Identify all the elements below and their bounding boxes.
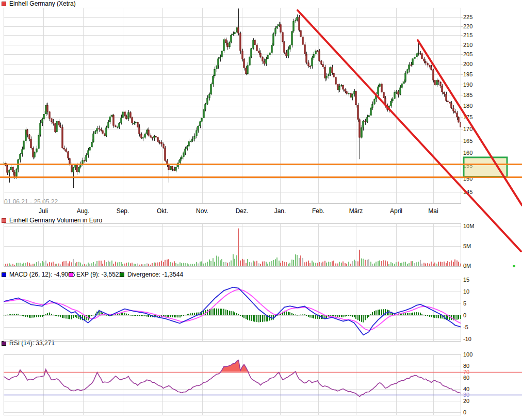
price-panel-legend: Einhell Germany (Xetra): [2, 1, 76, 7]
price-panel-title: Einhell Germany (Xetra): [9, 1, 76, 7]
price-axis-label: 155: [463, 163, 472, 169]
rsi-panel-legend: RSI (14): 33,271: [2, 340, 55, 347]
price-series-icon: [2, 2, 6, 6]
macd-signal-icon: [69, 272, 73, 277]
price-axis-label: 170: [463, 126, 472, 132]
price-axis-label: 145: [463, 189, 472, 195]
rsi-axis-label: 30: [463, 392, 469, 398]
rsi-axis-label: 80: [463, 363, 469, 369]
macd-axis-label: 10: [463, 288, 469, 295]
price-axis-label: 225: [463, 14, 472, 20]
macd-legend-exp: EXP (9): -3,5521: [69, 271, 122, 278]
price-axis-label: 215: [463, 32, 472, 38]
price-axis-label: 175: [463, 114, 472, 120]
macd-divergence-value-label: Divergence: -1,3544: [127, 271, 183, 278]
price-axis-label: 210: [463, 42, 472, 48]
macd-legend-divergence: Divergence: -1,3544: [120, 271, 183, 278]
price-axis-label: 185: [463, 92, 472, 98]
volume-axis-label: 10M: [463, 223, 474, 229]
price-axis-label: 190: [463, 82, 472, 88]
rsi-axis-label: 0: [463, 409, 466, 415]
price-axis-label: 205: [463, 51, 472, 57]
date-range-label: 01.06.21 - 25.05.22: [4, 198, 58, 205]
rsi-series-icon: [2, 341, 6, 346]
macd-line-icon: [2, 272, 6, 277]
month-label-juli: Juli: [39, 207, 48, 215]
chart-root: Einhell Germany (Xetra) 01.06.21 - 25.05…: [0, 0, 522, 420]
volume-panel-title: Einhell Germany Volumen in Euro: [9, 217, 102, 224]
price-axis-label: 195: [463, 71, 472, 77]
month-label-märz: März: [349, 207, 363, 215]
macd-axis-label: -5: [463, 324, 468, 330]
month-label-dez: Dez.: [236, 207, 249, 215]
chart-text-layer: Einhell Germany (Xetra) 01.06.21 - 25.05…: [0, 0, 522, 420]
month-label-mai: Mai: [428, 207, 438, 215]
macd-axis-label: 0: [463, 312, 466, 318]
volume-series-icon: [2, 218, 6, 223]
macd-divergence-icon: [120, 272, 124, 277]
month-label-nov: Nov.: [196, 207, 208, 215]
rsi-axis-label: 20: [463, 398, 469, 404]
month-label-feb: Feb.: [312, 207, 324, 215]
volume-axis-label: 0M: [463, 263, 471, 269]
price-axis-label: 220: [463, 23, 472, 29]
rsi-value-label: RSI (14): 33,271: [9, 340, 55, 347]
rsi-axis-label: 100: [463, 351, 472, 358]
month-label-jan: Jan.: [274, 207, 286, 215]
price-axis-label: 200: [463, 61, 472, 67]
macd-exp-value-label: EXP (9): -3,5521: [76, 271, 122, 278]
macd-legend-macd: MACD (26, 12): -4,9065: [2, 271, 75, 278]
macd-axis-label: 5: [463, 300, 466, 306]
price-axis-label: 160: [463, 150, 472, 156]
price-axis-label: 180: [463, 103, 472, 109]
month-label-april: April: [390, 207, 402, 215]
month-label-aug: Aug.: [77, 207, 90, 215]
price-axis-label: 165: [463, 138, 472, 144]
month-label-sep: Sep.: [117, 207, 129, 215]
macd-value-label: MACD (26, 12): -4,9065: [9, 271, 75, 278]
macd-axis-label: 15: [463, 277, 469, 283]
volume-panel-legend: Einhell Germany Volumen in Euro: [2, 217, 102, 224]
volume-axis-label: 5M: [463, 243, 471, 249]
macd-axis-label: -10: [463, 336, 471, 342]
month-label-okt: Okt.: [157, 207, 168, 215]
rsi-axis-label: 60: [463, 375, 469, 381]
price-axis-label: 150: [463, 175, 472, 182]
